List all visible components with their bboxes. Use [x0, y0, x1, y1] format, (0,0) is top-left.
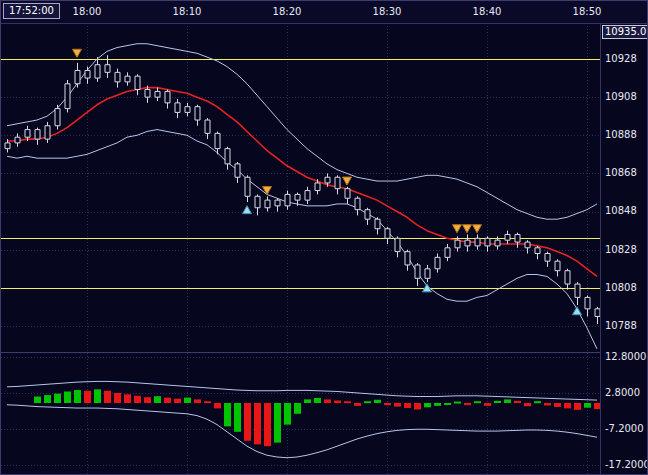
price-axis-label: 10928	[605, 53, 637, 65]
time-axis-label: 18:20	[273, 6, 302, 17]
osc-axis-label: 2.8000	[605, 387, 640, 399]
trading-chart-window: 17:52:00 18:00 18:10 18:20 18:30 18:40 1…	[0, 0, 648, 475]
time-axis-label: 18:40	[473, 6, 502, 17]
time-axis-label: 18:10	[173, 6, 202, 17]
time-axis: 17:52:00 18:00 18:10 18:20 18:30 18:40 1…	[1, 1, 647, 24]
price-axis-label: 10808	[605, 282, 637, 294]
current-price-badge: 10935.0	[602, 25, 648, 39]
chart-canvas[interactable]	[1, 23, 601, 475]
price-axis-label: 10908	[605, 91, 637, 103]
price-axis-label: 10788	[605, 320, 637, 332]
price-axis: 10935.0 10928 10908 10888 10868 10848 10…	[600, 23, 648, 474]
price-axis-label: 10848	[605, 205, 637, 217]
price-axis-label: 10828	[605, 244, 637, 256]
time-axis-label: 18:00	[73, 6, 102, 17]
price-axis-label: 10868	[605, 167, 637, 179]
time-cursor-label: 17:52:00	[3, 3, 60, 19]
osc-axis-label: -17.2000	[605, 459, 648, 471]
time-axis-label: 18:50	[573, 6, 602, 17]
osc-axis-label: -7.2000	[605, 423, 644, 435]
osc-axis-label: 12.8000	[605, 351, 646, 363]
time-axis-label: 18:30	[373, 6, 402, 17]
price-axis-label: 10888	[605, 129, 637, 141]
